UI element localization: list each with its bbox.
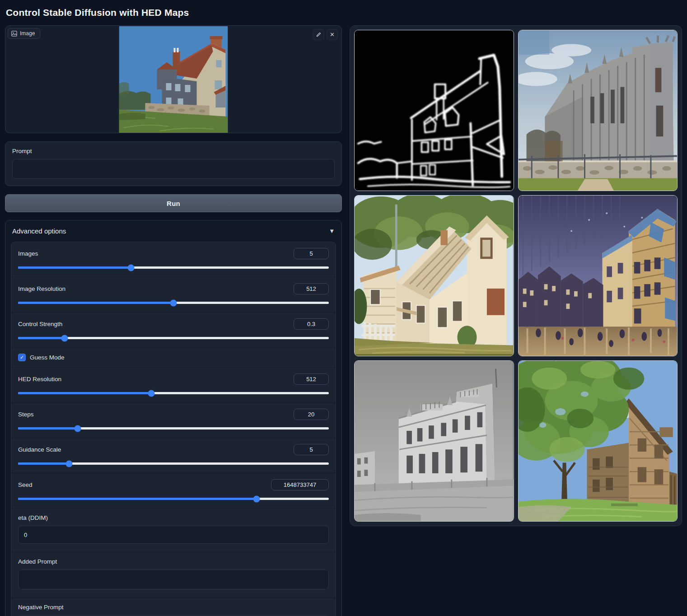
hed-resolution-value[interactable]: 512 [294,373,329,385]
advanced-options-accordion: Advanced options ▼ Images 5 [5,220,342,616]
image-resolution-slider[interactable] [18,302,329,304]
slider-handle[interactable] [65,460,72,467]
uploaded-image[interactable] [119,26,228,133]
seed-slider-group: Seed 1648733747 [11,473,336,509]
steps-slider-group: Steps 20 [11,403,336,438]
image-tab-text: Image [20,30,35,37]
slider-handle[interactable] [61,335,68,341]
gallery-item-rustic-house[interactable] [518,360,678,522]
gallery-item-night-painting[interactable] [518,195,678,356]
pencil-icon [316,32,322,37]
output-gallery [350,25,682,526]
steps-value[interactable]: 20 [294,409,329,420]
prompt-input[interactable] [12,159,335,179]
image-icon [11,31,17,37]
gallery-item-cream-cottage[interactable] [354,195,514,356]
gallery-item-cathedral[interactable] [518,30,678,191]
gallery-item-hed-map[interactable] [354,30,514,191]
seed-label: Seed [18,481,33,488]
control-strength-slider[interactable] [18,337,329,339]
steps-slider[interactable] [18,427,329,429]
prompt-label: Prompt [12,148,335,154]
seed-slider[interactable] [18,498,329,500]
edit-image-button[interactable] [313,29,324,40]
added-prompt-input[interactable] [18,569,329,589]
chevron-down-icon: ▼ [329,228,335,234]
images-label: Images [18,250,38,257]
steps-label: Steps [18,411,34,418]
guidance-scale-slider-group: Guidance Scale 5 [11,438,336,473]
slider-handle[interactable] [128,264,135,271]
seed-value[interactable]: 1648733747 [271,479,329,490]
guess-mode-label: Guess Mode [30,354,65,361]
negative-prompt-label: Negative Prompt [18,604,329,611]
close-icon: ✕ [330,31,335,38]
hed-resolution-slider-group: HED Resolution 512 [11,368,336,403]
images-slider-group: Images 5 [11,242,336,277]
eta-input[interactable] [18,526,329,544]
images-slider[interactable] [18,266,329,269]
advanced-options-title: Advanced options [12,227,66,235]
images-value[interactable]: 5 [294,248,329,259]
added-prompt-group: Added Prompt [11,552,336,598]
guidance-scale-label: Guidance Scale [18,446,61,453]
negative-prompt-group: Negative Prompt [11,598,336,616]
slider-handle[interactable] [148,390,155,397]
control-strength-label: Control Strength [18,321,62,327]
guidance-scale-slider[interactable] [18,462,329,465]
clear-image-button[interactable]: ✕ [327,29,338,40]
app-root: Control Stable Diffusion with HED Maps I… [0,0,687,616]
gallery-item-grayscale-building[interactable] [354,360,514,522]
advanced-options-header[interactable]: Advanced options ▼ [11,227,336,235]
guess-mode-row: ✓ Guess Mode [11,348,336,368]
page-title: Control Stable Diffusion with HED Maps [6,7,682,18]
added-prompt-label: Added Prompt [18,558,329,565]
eta-label: eta (DDIM) [18,514,329,521]
hed-resolution-label: HED Resolution [18,376,61,383]
guidance-scale-value[interactable]: 5 [294,444,329,455]
image-resolution-label: Image Resolution [18,285,65,292]
image-upload-component[interactable]: Image ✕ [5,25,342,133]
control-strength-value[interactable]: 0.3 [294,318,329,330]
image-resolution-value[interactable]: 512 [294,283,329,294]
eta-group: eta (DDIM) [11,509,336,552]
hed-resolution-slider[interactable] [18,392,329,394]
control-strength-slider-group: Control Strength 0.3 [11,313,336,348]
slider-handle[interactable] [75,425,81,432]
image-resolution-slider-group: Image Resolution 512 [11,277,336,313]
slider-handle[interactable] [170,299,177,306]
guess-mode-checkbox[interactable]: ✓ [18,354,26,361]
prompt-group: Prompt [5,141,342,186]
run-button[interactable]: Run [5,194,342,212]
image-tab-label: Image [8,28,40,39]
slider-handle[interactable] [253,495,260,502]
